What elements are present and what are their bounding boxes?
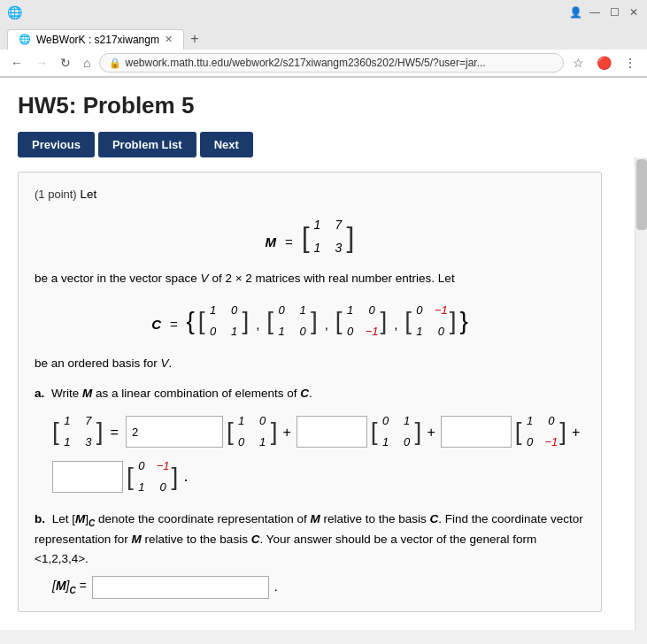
V-symbol: V [201, 272, 209, 285]
new-tab-button[interactable]: + [184, 28, 205, 50]
b3-br: ] [380, 309, 387, 334]
basis-matrix-3: [ 1 0 0 −1 ] [335, 301, 387, 341]
C-ref-a: C [300, 387, 309, 400]
page-title: HW5: Problem 5 [18, 92, 602, 119]
equals-M: = [285, 234, 293, 249]
basis-matrix-4: [ 0 −1 1 0 ] [404, 301, 456, 341]
maximize-button[interactable]: ☐ [608, 6, 620, 19]
curly-right: } [459, 307, 467, 334]
b1-br: ] [243, 309, 250, 334]
C-ref-b: C [430, 512, 439, 525]
problem-box: (1 point) Let M = [ 1 7 1 3 [18, 172, 602, 612]
eq3-grid: 1 0 0 −1 [524, 411, 558, 452]
lhs-br: ] [96, 419, 104, 444]
browser-tab[interactable]: 🌐 WeBWorK : s217xiwangm ✕ [7, 29, 184, 50]
forward-button[interactable]: → [32, 54, 51, 72]
equation-row-2: [ 0 −1 1 0 ] . [52, 456, 585, 497]
tab-icon: 🌐 [19, 34, 31, 45]
lhs-grid: 1 7 1 3 [61, 411, 95, 452]
matrix-M-display: M = [ 1 7 1 3 ] [35, 215, 585, 259]
b2-grid: 0 1 1 0 [275, 301, 309, 341]
browser-chrome: 🌐 👤 — ☐ ✕ 🌐 WeBWorK : s217xiwangm ✕ + ← … [0, 0, 647, 78]
part-b: b. Let [M]C denote the coordinate repres… [35, 510, 585, 599]
comma-1: , [256, 317, 259, 332]
minimize-button[interactable]: — [589, 6, 601, 19]
matrix-M-wrap: [ 1 7 1 3 ] [302, 215, 355, 259]
part-b-label: b. [35, 512, 45, 525]
M-ref-b3: M [132, 533, 142, 546]
next-button[interactable]: Next [200, 132, 253, 157]
plus-3: + [572, 420, 580, 444]
browser-icon: 🌐 [7, 5, 22, 19]
M-symbol: M [266, 234, 277, 249]
basis-matrix-1: [ 1 0 0 1 ] [198, 301, 250, 341]
curly-left: { [187, 307, 195, 334]
C-symbol: C [151, 317, 161, 332]
b4-grid: 0 −1 1 0 [413, 301, 448, 341]
matrix-M-grid: 1 7 1 3 [312, 215, 345, 259]
b1-grid: 1 0 0 1 [207, 301, 241, 341]
home-button[interactable]: ⌂ [80, 54, 94, 72]
tab-close-icon[interactable]: ✕ [165, 34, 173, 45]
vector-space-text: be a vector in the vector space V of 2 ×… [35, 269, 585, 288]
problem-list-button[interactable]: Problem List [98, 132, 196, 157]
lhs-matrix: [ 1 7 1 3 ] [52, 411, 104, 452]
coord-label: [M]C = [52, 576, 87, 598]
C-ref-b2: C [251, 533, 260, 546]
eq1-br: ] [271, 419, 278, 444]
content-area: HW5: Problem 5 Previous Problem List Nex… [0, 78, 620, 630]
previous-button[interactable]: Previous [18, 132, 95, 157]
eq2-grid: 0 1 1 0 [380, 411, 413, 452]
comma-2: , [325, 317, 328, 332]
plus-1: + [282, 420, 290, 444]
eq-matrix-1: [ 1 0 0 1 ] [227, 411, 278, 452]
back-button[interactable]: ← [7, 54, 27, 72]
plus-2: + [427, 420, 435, 444]
basis-matrix-2: [ 0 1 1 0 ] [266, 301, 318, 341]
eq4-bl: [ [127, 464, 134, 489]
navigation-buttons: Previous Problem List Next [18, 132, 602, 157]
coefficient-1-input[interactable] [126, 416, 223, 448]
coord-vector-input[interactable] [92, 576, 269, 599]
b4-bl: [ [404, 309, 412, 334]
basis-text: be an ordered basis for V. [35, 354, 585, 373]
coefficient-2-input[interactable] [297, 416, 367, 448]
part-a-intro: a. Write M as a linear combination of el… [35, 384, 585, 403]
eq4-grid: 0 −1 1 0 [135, 456, 170, 497]
tab-title: WeBWorK : s217xiwangm [36, 34, 159, 46]
b4-br: ] [450, 309, 457, 334]
window-controls: 👤 — ☐ ✕ [569, 6, 640, 19]
menu-button[interactable]: ⋮ [620, 54, 640, 72]
period: . [183, 463, 188, 490]
eq4-br: ] [172, 464, 179, 489]
eq-matrix-3: [ 1 0 0 −1 ] [515, 411, 566, 452]
address-bar[interactable]: 🔒 webwork.math.ttu.edu/webwork2/s217xiwa… [99, 53, 564, 73]
bracket-right-M: ] [347, 223, 355, 251]
nav-bar: ← → ↻ ⌂ 🔒 webwork.math.ttu.edu/webwork2/… [0, 50, 647, 77]
refresh-button[interactable]: ↻ [57, 54, 74, 72]
close-button[interactable]: ✕ [628, 6, 640, 19]
let-text: Let [80, 188, 96, 201]
scrollbar-thumb[interactable] [636, 159, 647, 230]
eq2-br: ] [415, 419, 422, 444]
M-ref-b2: M [310, 512, 320, 525]
coefficient-4-input[interactable] [52, 461, 123, 493]
url-text: webwork.math.ttu.edu/webwork2/s217xiwang… [125, 57, 485, 69]
b3-bl: [ [335, 309, 343, 334]
b2-br: ] [311, 309, 318, 334]
scrollbar-track [635, 157, 647, 630]
part-a: a. Write M as a linear combination of el… [35, 384, 585, 497]
eq3-br: ] [559, 419, 566, 444]
lhs-bl: [ [52, 419, 59, 444]
coefficient-3-input[interactable] [441, 416, 512, 448]
b2-bl: [ [266, 309, 273, 334]
page-wrapper: HW5: Problem 5 Previous Problem List Nex… [0, 78, 647, 630]
part-a-label: a. [35, 387, 44, 400]
eq-sign: = [111, 420, 119, 444]
bookmark-button[interactable]: ☆ [569, 54, 588, 72]
profile-icon[interactable]: 👤 [569, 6, 582, 19]
eq3-bl: [ [515, 419, 522, 444]
extensions-button[interactable]: 🔴 [593, 54, 615, 72]
coord-row: [M]C = . [52, 576, 585, 599]
C-sub-b: C [89, 518, 95, 527]
